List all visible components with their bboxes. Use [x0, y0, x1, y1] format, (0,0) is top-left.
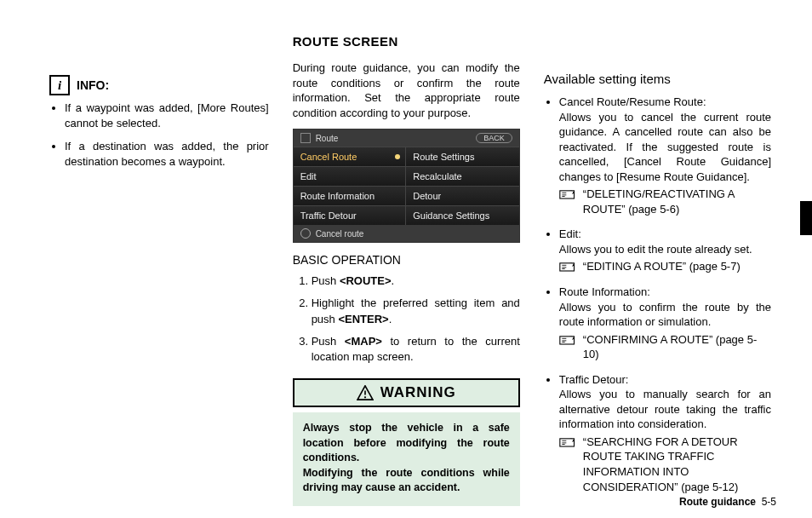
list-item: Highlight the preferred setting item and…: [312, 296, 520, 326]
device-route-screen: Route BACK Cancel Route Route Settings E…: [293, 129, 520, 243]
info-label: INFO:: [77, 78, 109, 92]
warning-body: Always stop the vehicle in a safe locati…: [293, 412, 520, 506]
svg-rect-4: [560, 336, 575, 343]
setting-title: Edit:: [559, 227, 581, 240]
list-item: If a destination was added, the prior de…: [65, 139, 269, 169]
left-column: i INFO: If a waypoint was added, [More R…: [49, 34, 269, 506]
selection-dot-icon: [395, 154, 400, 159]
svg-rect-2: [560, 191, 575, 199]
list-item: Push <MAP> to return to the current loca…: [312, 334, 520, 365]
list-item: Push <ROUTE>.: [312, 273, 520, 289]
warning-icon: [357, 385, 374, 400]
cross-reference: “EDITING A ROUTE” (page 5-7): [559, 259, 771, 274]
right-column: Available setting items Cancel Route/Res…: [544, 34, 771, 506]
device-menu-item: Guidance Settings: [406, 205, 519, 225]
page-ref-icon: [559, 188, 576, 200]
setting-description: Allows you to manually search for an alt…: [559, 387, 771, 432]
warning-label: WARNING: [380, 384, 456, 401]
device-menu-item: Cancel Route: [294, 147, 407, 166]
setting-title: Cancel Route/Resume Route:: [559, 95, 706, 108]
available-settings-heading: Available setting items: [544, 72, 771, 86]
svg-point-1: [363, 396, 365, 398]
setting-description: Allows you to edit the route already set…: [559, 242, 771, 257]
cross-reference-text: “CONFIRMING A ROUTE” (page 5-10): [583, 332, 771, 362]
device-footer-label: Cancel route: [316, 229, 364, 239]
device-title: Route: [316, 134, 339, 143]
page-footer: Route guidance 5-5: [679, 496, 776, 508]
svg-rect-3: [560, 263, 575, 271]
svg-rect-5: [560, 439, 575, 446]
basic-operation-heading: BASIC OPERATION: [293, 253, 520, 267]
hardkey-route: <ROUTE>: [340, 274, 392, 287]
device-menu-item: Detour: [406, 186, 519, 205]
device-titlebar: Route BACK: [294, 130, 519, 147]
info-bullet-list: If a waypoint was added, [More Routes] c…: [53, 101, 269, 169]
setting-description: Allows you to confirm the route by the r…: [559, 300, 771, 330]
cross-reference-text: “DELETING/REACTIVATING A ROUTE” (page 5-…: [583, 187, 771, 216]
list-item: If a waypoint was added, [More Routes] c…: [65, 101, 269, 130]
cross-reference: “SEARCHING FOR A DETOUR ROUTE TAKING TRA…: [559, 435, 771, 494]
warning-text: Always stop the vehicle in a safe locati…: [303, 421, 510, 466]
section-title: ROUTE SCREEN: [293, 34, 520, 49]
hardkey-enter: <ENTER>: [338, 313, 388, 325]
list-item: Cancel Route/Resume Route: Allows you to…: [559, 95, 771, 216]
list-item: Edit: Allows you to edit the route alrea…: [559, 227, 771, 274]
page-ref-icon: [559, 261, 576, 273]
setting-title: Route Information:: [559, 285, 650, 298]
list-item: Route Information: Allows you to confirm…: [559, 285, 771, 362]
cross-reference-text: “EDITING A ROUTE” (page 5-7): [583, 259, 771, 274]
intro-paragraph: During route guidance, you can modify th…: [293, 60, 520, 120]
device-menu-grid: Cancel Route Route Settings Edit Recalcu…: [294, 147, 519, 225]
middle-column: ROUTE SCREEN During route guidance, you …: [293, 34, 520, 506]
cross-reference: “CONFIRMING A ROUTE” (page 5-10): [559, 332, 771, 362]
route-icon: [300, 133, 311, 143]
device-menu-item: Route Settings: [406, 147, 519, 166]
footer-section: Route guidance: [679, 496, 756, 508]
device-footer: Cancel route: [294, 225, 519, 242]
page-ref-icon: [559, 334, 576, 346]
cross-reference: “DELETING/REACTIVATING A ROUTE” (page 5-…: [559, 187, 771, 216]
device-menu-item: Edit: [294, 166, 407, 186]
device-menu-item: Recalculate: [406, 166, 519, 186]
list-item: Traffic Detour: Allows you to manually s…: [559, 372, 771, 494]
page-ref-icon: [559, 436, 576, 448]
section-edge-tab: [800, 201, 812, 235]
device-menu-item: Route Information: [294, 186, 407, 205]
footer-page: 5-5: [762, 496, 776, 508]
hardkey-map: <MAP>: [345, 335, 382, 348]
setting-title: Traffic Detour:: [559, 373, 629, 386]
recycle-icon: [300, 228, 311, 239]
steps-list: Push <ROUTE>. Highlight the preferred se…: [293, 273, 520, 365]
info-heading: i INFO:: [49, 75, 269, 95]
warning-text: Modifying the route conditions while dri…: [303, 466, 510, 496]
setting-description: Allows you to cancel the current route g…: [559, 110, 771, 185]
cross-reference-text: “SEARCHING FOR A DETOUR ROUTE TAKING TRA…: [583, 435, 771, 494]
settings-list: Cancel Route/Resume Route: Allows you to…: [544, 95, 771, 494]
device-menu-item: Traffic Detour: [294, 205, 407, 225]
info-icon: i: [49, 75, 70, 95]
warning-heading: WARNING: [293, 378, 520, 407]
back-button: BACK: [476, 133, 512, 143]
